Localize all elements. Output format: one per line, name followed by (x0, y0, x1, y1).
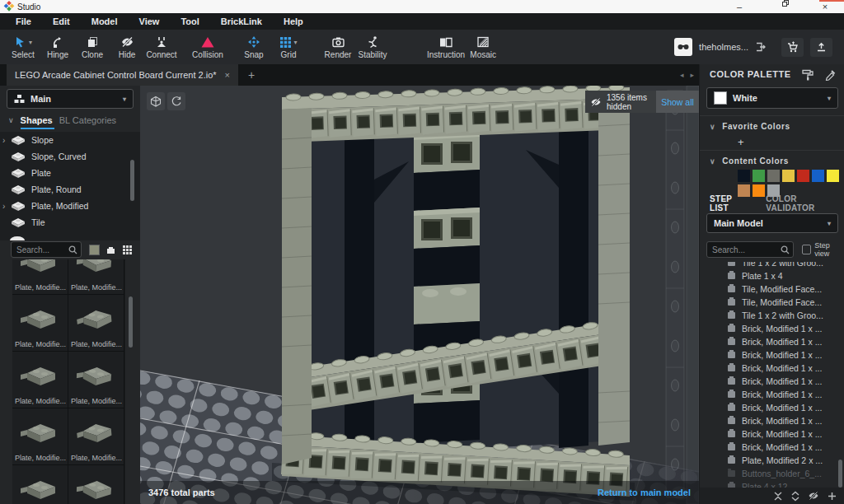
category-item[interactable]: › Plate, Round (0, 181, 140, 198)
step-list-item[interactable]: Brick, Modified 1 x ... (700, 322, 840, 335)
step-search[interactable] (706, 241, 794, 258)
model-selector-dropdown[interactable]: Main ▾ (7, 89, 134, 109)
step-list-item[interactable]: Brick, Modified 1 x ... (700, 335, 840, 348)
view-cube-button[interactable] (147, 92, 165, 110)
minimize-button[interactable]: – (730, 1, 748, 12)
step-view-checkbox[interactable] (802, 245, 811, 254)
part-item[interactable]: Plate, Modifie... (68, 408, 124, 465)
tab-shapes[interactable]: Shapes (21, 115, 53, 125)
category-item[interactable]: › Plate, Modified (0, 198, 140, 214)
step-list-item[interactable]: Brick, Modified 1 x ... (700, 362, 840, 375)
sign-out-icon[interactable] (755, 41, 767, 53)
step-list-item[interactable]: Brick, Modified 1 x ... (700, 414, 840, 427)
tab-bl-categories[interactable]: BL Categories (59, 115, 116, 125)
close-button[interactable]: × (816, 1, 834, 12)
step-list-item[interactable]: Tile, Modified Face... (700, 282, 840, 296)
render-tool-button[interactable]: Render (321, 30, 354, 63)
grid-tool-button[interactable]: ▾ Grid (272, 30, 305, 63)
step-list-item[interactable]: Plate 4 x 12 (700, 480, 840, 488)
step-list-scrollbar[interactable] (838, 460, 842, 488)
expand-all-icon[interactable] (790, 491, 800, 502)
content-color-swatch[interactable] (797, 170, 809, 182)
content-color-swatch[interactable] (827, 170, 839, 182)
hinge-tool-button[interactable]: Hinge (41, 30, 74, 63)
collapse-chevron-icon[interactable]: ∨ (710, 157, 715, 166)
current-color-dropdown[interactable]: White ▾ (706, 87, 838, 109)
add-favorite-color-button[interactable]: + (738, 136, 744, 148)
step-list-item[interactable]: Brick, Modified 1 x ... (700, 401, 840, 414)
tab-prev-icon[interactable]: ◂ (680, 71, 684, 79)
select-tool-button[interactable]: ▾ Select (7, 30, 40, 63)
content-color-swatch[interactable] (738, 170, 750, 182)
tab-color-validator[interactable]: COLOR VALIDATOR (766, 194, 844, 212)
step-list-item[interactable]: Brick, Modified 1 x ... (700, 427, 840, 441)
parts-scrollbar[interactable] (129, 296, 133, 348)
return-to-main-model-link[interactable]: Return to main model (598, 488, 691, 497)
instruction-tool-button[interactable]: Instruction (427, 30, 465, 63)
menu-item[interactable]: View (129, 13, 171, 30)
eyedropper-icon[interactable] (824, 68, 836, 81)
3d-viewport-canvas[interactable] (140, 86, 699, 504)
part-item[interactable]: Plate, Modifie... (68, 465, 124, 504)
step-list-item[interactable]: Tile 1 x 2 with Groo... (700, 262, 840, 269)
collapse-chevron-icon[interactable]: ∨ (710, 123, 715, 131)
add-step-icon[interactable] (828, 492, 837, 501)
category-item[interactable]: › Plate (0, 165, 140, 181)
tab-step-list[interactable]: STEP LIST (710, 194, 751, 212)
part-item[interactable]: Plate, Modifie... (68, 295, 124, 352)
paint-roller-icon[interactable] (801, 68, 814, 81)
parts-search[interactable] (11, 241, 82, 258)
step-list-item[interactable]: Tile, Modified Face... (700, 296, 840, 309)
step-list-item[interactable]: Plate 1 x 4 (700, 269, 840, 282)
collision-tool-button[interactable]: Collision (191, 30, 224, 63)
hide-tool-button[interactable]: Hide (110, 30, 143, 63)
tab-next-icon[interactable]: ▸ (690, 71, 694, 79)
snap-tool-button[interactable]: Snap (237, 30, 270, 63)
part-item[interactable]: Plate, Modifie... (68, 352, 124, 408)
brick-view-button[interactable] (106, 245, 116, 254)
collapse-all-icon[interactable] (773, 491, 783, 502)
step-list-item[interactable]: Plate, Modified 2 x ... (700, 454, 840, 467)
clone-tool-button[interactable]: Clone (76, 30, 109, 63)
part-item[interactable]: Plate, Modifie... (12, 408, 68, 465)
part-item[interactable]: Plate, Modifie... (12, 295, 68, 352)
step-list-item[interactable]: Brick, Modified 1 x ... (700, 388, 840, 401)
category-item[interactable]: › Slope, Curved (0, 148, 140, 165)
category-scrollbar[interactable] (130, 160, 134, 201)
content-color-swatch[interactable] (753, 170, 765, 182)
user-avatar[interactable] (674, 38, 692, 56)
content-color-swatch[interactable] (782, 170, 795, 182)
step-list-item[interactable]: Brick, Modified 1 x ... (700, 375, 840, 388)
step-list-item[interactable]: Brick, Modified 1 x ... (700, 441, 840, 454)
collapse-chevron-icon[interactable]: ∨ (8, 116, 14, 124)
part-item[interactable]: Plate, Modifie... (12, 465, 68, 504)
part-item[interactable]: Plate, Modifie... (12, 259, 68, 295)
category-item[interactable]: › Slope (0, 132, 140, 148)
hide-selected-icon[interactable] (808, 491, 820, 501)
document-tab[interactable]: LEGO Arcade Cabinet Control Board Curren… (7, 64, 238, 86)
step-list-item[interactable]: Brick, Modified 1 x ... (700, 348, 840, 362)
menu-item[interactable]: BrickLink (210, 13, 273, 30)
menu-item[interactable]: File (5, 13, 42, 30)
mosaic-tool-button[interactable]: Mosaic (467, 30, 499, 63)
reset-orbit-button[interactable] (167, 92, 185, 110)
content-color-swatch[interactable] (767, 170, 780, 182)
color-filter-button[interactable] (89, 245, 100, 255)
new-tab-button[interactable]: + (248, 68, 255, 82)
step-list-item[interactable]: Tile 1 x 2 with Groo... (700, 309, 840, 322)
part-item[interactable]: Plate, Modifie... (12, 352, 68, 408)
menu-item[interactable]: Help (273, 13, 314, 30)
menu-item[interactable]: Tool (170, 13, 209, 30)
3d-viewport[interactable]: 1356 items hidden Show all 3476 total pa… (140, 86, 699, 504)
category-item[interactable]: › Tile (0, 214, 140, 231)
part-item[interactable]: Plate, Modifie... (68, 259, 124, 295)
tab-close-icon[interactable]: × (225, 70, 230, 80)
menu-item[interactable]: Edit (42, 13, 81, 30)
show-all-button[interactable]: Show all (656, 91, 699, 113)
step-list-item[interactable]: Buttons_holder_6_... (700, 467, 840, 480)
stability-tool-button[interactable]: Stability (356, 30, 389, 63)
connect-tool-button[interactable]: Connect (145, 30, 178, 63)
menu-item[interactable]: Model (81, 13, 129, 30)
upload-button[interactable] (810, 38, 832, 57)
grid-view-button[interactable] (122, 245, 133, 255)
